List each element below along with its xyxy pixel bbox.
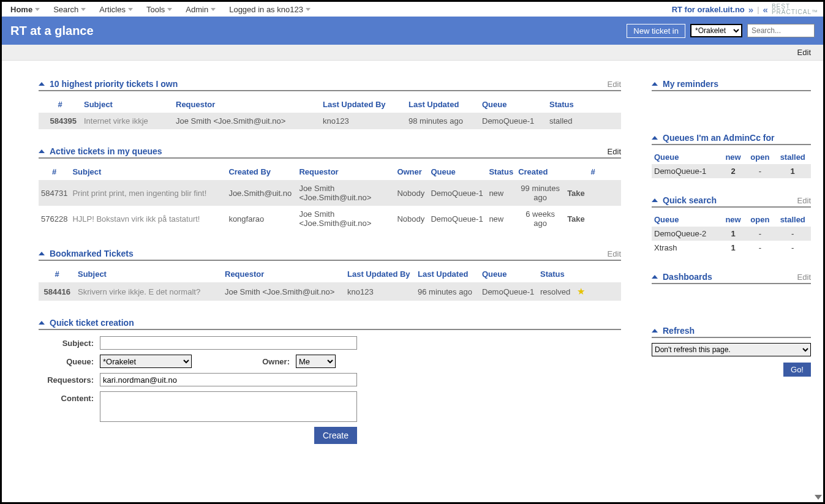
chevron-down-icon: [167, 8, 172, 11]
nav-home[interactable]: Home: [7, 4, 43, 15]
quicksearch-widget: Quick search Edit Queue new open stalled…: [652, 195, 811, 255]
admincc-widget: Queues I'm an AdminCc for Queue new open…: [652, 133, 811, 178]
page-edit-link[interactable]: Edit: [797, 48, 811, 57]
take-link[interactable]: Take: [565, 206, 621, 231]
quick-create-widget: Quick ticket creation Subject: Queue: *O…: [39, 318, 621, 444]
table-header-row: # Subject Created By Requestor Owner Que…: [39, 164, 621, 180]
widget-title: Refresh: [663, 326, 695, 336]
top-nav: Home Search Articles Tools Admin Logged …: [2, 2, 823, 17]
widget-edit-link[interactable]: Edit: [608, 249, 621, 258]
subject-label: Subject:: [39, 339, 94, 348]
star-icon[interactable]: ★: [577, 286, 585, 296]
rt-for-link[interactable]: RT for orakel.uit.no: [672, 5, 745, 14]
widget-title: Bookmarked Tickets: [50, 249, 134, 258]
widget-title: 10 highest priority tickets I own: [50, 79, 178, 89]
new-ticket-button[interactable]: New ticket in: [627, 24, 685, 38]
collapse-icon[interactable]: [39, 149, 45, 153]
refresh-widget: Refresh Don't refresh this page. Go!: [652, 326, 811, 377]
collapse-icon[interactable]: [652, 82, 658, 86]
bookmarked-widget: Bookmarked Tickets Edit # Subject Reques…: [39, 249, 621, 301]
queue-label: Queue:: [39, 357, 94, 366]
collapse-icon[interactable]: [39, 82, 45, 86]
nav-articles[interactable]: Articles: [96, 4, 137, 15]
table-header-row: Queue new open stalled: [652, 213, 811, 227]
refresh-select[interactable]: Don't refresh this page.: [652, 343, 811, 356]
queue-input[interactable]: *Orakelet: [100, 355, 192, 368]
best-practical-logo: BEST PRACTICAL™: [772, 4, 818, 15]
highest-priority-widget: 10 highest priority tickets I own Edit #…: [39, 79, 621, 129]
dashboards-widget: Dashboards Edit: [652, 272, 811, 309]
collapse-icon[interactable]: [39, 321, 45, 325]
collapse-icon[interactable]: [652, 198, 658, 202]
content-label: Content:: [39, 394, 94, 403]
widget-title: Queues I'm an AdminCc for: [663, 133, 775, 143]
requestors-label: Requestors:: [39, 375, 94, 385]
collapse-icon[interactable]: [652, 275, 658, 279]
chevron-down-icon: [35, 8, 40, 11]
table-row[interactable]: 576228 HJLP! Bokstavn virk ikk på tastat…: [39, 206, 621, 231]
arrows-right-icon[interactable]: »: [748, 4, 753, 15]
nav-logged-in[interactable]: Logged in as kno123: [225, 4, 314, 15]
chevron-down-icon: [211, 8, 216, 11]
scroll-down-icon: [815, 495, 822, 500]
table-header-row: Queue new open stalled: [652, 150, 811, 164]
widget-title: Dashboards: [663, 272, 712, 282]
create-button[interactable]: Create: [314, 427, 357, 444]
sub-bar: Edit: [2, 45, 823, 61]
requestors-input[interactable]: [100, 373, 357, 386]
go-button[interactable]: Go!: [783, 363, 811, 377]
table-row[interactable]: 584395 Internet virke ikkje Joe Smith <J…: [39, 113, 621, 129]
owner-label: Owner:: [192, 357, 290, 366]
page-title: RT at a glance: [10, 24, 94, 38]
active-tickets-widget: Active tickets in my queues Edit # Subje…: [39, 146, 621, 231]
table-row[interactable]: DemoQueue-2 1 - -: [652, 227, 811, 241]
queue-select[interactable]: *Orakelet: [690, 24, 742, 37]
nav-tools[interactable]: Tools: [143, 4, 176, 15]
collapse-icon[interactable]: [39, 252, 45, 255]
table-row[interactable]: 584416 Skrivern virke ikkje. E det norma…: [39, 282, 621, 301]
table-header-row: # Subject Requestor Last Updated By Last…: [39, 96, 621, 113]
widget-title: Active tickets in my queues: [50, 146, 162, 156]
widget-edit-link[interactable]: Edit: [608, 80, 621, 89]
owner-input[interactable]: Me: [296, 355, 336, 368]
widget-title: Quick ticket creation: [50, 318, 134, 328]
chevron-down-icon: [81, 8, 86, 11]
subject-input[interactable]: [100, 336, 357, 350]
table-row[interactable]: DemoQueue-1 2 - 1: [652, 164, 811, 178]
collapse-icon[interactable]: [652, 329, 658, 333]
widget-edit-link[interactable]: Edit: [608, 147, 621, 156]
widget-edit-link[interactable]: Edit: [797, 196, 811, 205]
widget-edit-link[interactable]: Edit: [797, 273, 811, 282]
widget-title: Quick search: [663, 195, 717, 205]
content-input[interactable]: [100, 391, 357, 422]
collapse-icon[interactable]: [652, 136, 658, 140]
nav-search[interactable]: Search: [50, 4, 89, 15]
nav-admin[interactable]: Admin: [182, 4, 219, 15]
arrows-left-icon[interactable]: «: [763, 4, 768, 15]
widget-title: My reminders: [663, 79, 718, 89]
header-bar: RT at a glance New ticket in *Orakelet: [2, 17, 823, 45]
reminders-widget: My reminders: [652, 79, 811, 116]
chevron-down-icon: [306, 8, 311, 11]
table-row[interactable]: 584731 Print print print, men ingenting …: [39, 180, 621, 206]
chevron-down-icon: [128, 8, 133, 11]
search-input[interactable]: [747, 24, 815, 37]
table-row[interactable]: Xtrash 1 - -: [652, 241, 811, 255]
table-header-row: # Subject Requestor Last Updated By Last…: [39, 266, 621, 282]
take-link[interactable]: Take: [565, 180, 621, 206]
